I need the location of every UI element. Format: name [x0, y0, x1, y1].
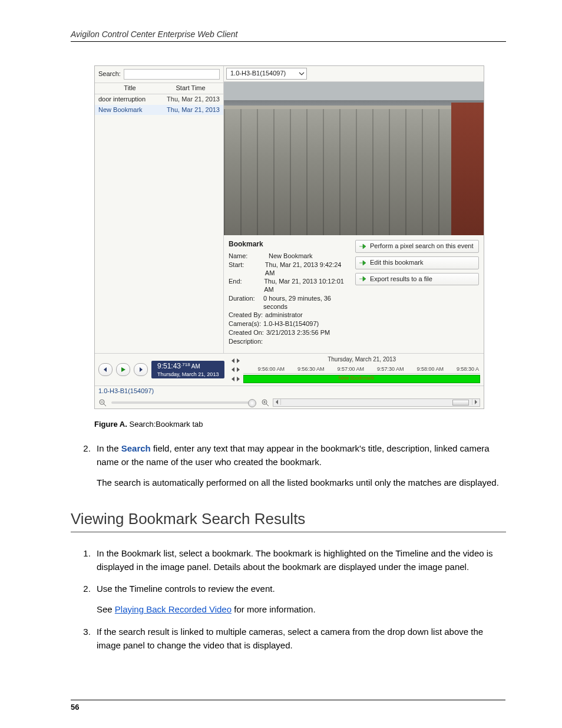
- scroll-thumb[interactable]: [452, 400, 469, 406]
- camera-select[interactable]: 1.0-H3-B1(154097): [226, 68, 307, 80]
- play-icon: [120, 367, 126, 373]
- search-field-ref: Search: [121, 443, 151, 453]
- edit-bookmark-button[interactable]: Edit this bookmark: [355, 256, 479, 269]
- chevron-down-icon: [299, 71, 305, 77]
- step-back-icon: [103, 367, 108, 373]
- bm-duration-label: Duration:: [229, 295, 263, 311]
- row-title: door interruption: [98, 95, 161, 104]
- play-button[interactable]: [116, 363, 130, 376]
- video-image-panel[interactable]: [224, 82, 484, 235]
- list-item: If the search result is linked to multip…: [93, 625, 506, 653]
- row-title: New Bookmark: [98, 106, 161, 114]
- scroll-right-icon[interactable]: [472, 399, 480, 405]
- skip-first-icon[interactable]: [230, 367, 235, 372]
- svg-line-4: [266, 404, 269, 406]
- scroll-left-icon[interactable]: [273, 399, 281, 405]
- bm-createdby-label: Created By:: [229, 311, 263, 319]
- arrow-right-icon: [359, 276, 366, 282]
- timeline-ticks: 9:56:00 AM 9:56:30 AM 9:57:00 AM 9:57:30…: [243, 366, 480, 374]
- playback-bar: 9:51:43.718 AM Thursday, March 21, 2013 …: [95, 353, 484, 386]
- bm-cameras: 1.0-H3-B1(154097): [263, 320, 319, 328]
- action-label: Export results to a file: [370, 275, 432, 284]
- bm-start-label: Start:: [229, 261, 265, 278]
- zoom-slider-handle[interactable]: [248, 399, 256, 407]
- list-item: In the Search field, enter any text that…: [93, 442, 506, 490]
- bm-createdby: administrator: [265, 311, 303, 319]
- row-start: Thu, Mar 21, 2013: [161, 106, 220, 114]
- instruction-list-1: In the Search field, enter any text that…: [71, 442, 506, 490]
- bm-name: New Bookmark: [269, 252, 313, 261]
- col-title-header[interactable]: Title: [98, 84, 161, 93]
- instruction-list-2: In the Bookmark list, select a bookmark.…: [71, 546, 506, 653]
- zoom-in-icon[interactable]: [261, 398, 269, 407]
- arrow-right-icon: [359, 260, 366, 266]
- time-frac: .718: [181, 362, 190, 367]
- bookmark-details: Bookmark Name:New Bookmark Start:Thu, Ma…: [229, 240, 345, 346]
- zoom-out-icon[interactable]: [98, 398, 107, 407]
- skip-first-icon[interactable]: [230, 377, 235, 381]
- detail-panel: 1.0-H3-B1(154097) Bookmark Name:New Book…: [224, 66, 484, 353]
- time-main: 9:51:43: [157, 363, 181, 371]
- step-forward-icon: [138, 367, 144, 373]
- page-header: Avigilon Control Center Enterprise Web C…: [71, 29, 506, 42]
- skip-first-icon[interactable]: [230, 358, 235, 363]
- timeline: Thursday, March 21, 2013 9:56:00 AM 9:56…: [230, 356, 480, 383]
- playback-time-badge: 9:51:43.718 AM Thursday, March 21, 2013: [151, 361, 224, 378]
- col-start-header[interactable]: Start Time: [161, 84, 220, 93]
- bm-cameras-label: Camera(s):: [229, 320, 261, 328]
- header-title: Avigilon Control Center Enterprise Web C…: [71, 29, 238, 39]
- app-window: Search: Title Start Time door interrupti…: [94, 65, 484, 409]
- tick-label: 9:57:30 AM: [377, 366, 404, 373]
- bm-duration: 0 hours, 29 minutes, 36 seconds: [263, 295, 345, 311]
- body-text: See: [97, 604, 115, 614]
- skip-last-icon[interactable]: [236, 367, 241, 372]
- timeline-track[interactable]: New Bookmark: [243, 375, 480, 383]
- arrow-right-icon: [359, 243, 366, 249]
- pixel-search-button[interactable]: Perform a pixel search on this event: [355, 240, 479, 253]
- timeline-day-label: Thursday, March 21, 2013: [243, 356, 480, 364]
- bm-name-label: Name:: [229, 252, 269, 261]
- body-text: In the Bookmark list, select a bookmark.…: [97, 548, 493, 572]
- playback-date: Thursday, March 21, 2013: [157, 371, 219, 377]
- playback-link[interactable]: Playing Back Recorded Video: [115, 604, 232, 614]
- step-forward-button[interactable]: [134, 363, 148, 376]
- skip-last-icon[interactable]: [236, 358, 241, 363]
- export-results-button[interactable]: Export results to a file: [355, 273, 479, 286]
- list-item: In the Bookmark list, select a bookmark.…: [93, 546, 506, 574]
- action-label: Perform a pixel search on this event: [370, 242, 473, 251]
- bm-description-label: Description:: [229, 338, 269, 346]
- list-item: Use the Timeline controls to review the …: [93, 582, 506, 617]
- bookmark-table-header: Title Start Time: [95, 83, 223, 94]
- body-text: The search is automatically performed on…: [97, 476, 506, 489]
- table-row[interactable]: door interruption Thu, Mar 21, 2013: [95, 94, 223, 105]
- camera-select-value: 1.0-H3-B1(154097): [230, 70, 286, 78]
- svg-line-1: [104, 404, 106, 406]
- bm-end-label: End:: [229, 278, 264, 294]
- zoom-slider[interactable]: [111, 401, 253, 404]
- tick-label: 9:58:00 AM: [416, 366, 444, 373]
- figure-caption: Figure A. Search:Bookmark tab: [94, 420, 506, 429]
- section-heading: Viewing Bookmark Search Results: [71, 510, 506, 532]
- skip-last-icon[interactable]: [236, 377, 241, 381]
- timeline-marker-label: New Bookmark: [338, 375, 374, 381]
- tick-label: 9:57:00 AM: [337, 366, 364, 373]
- timeline-scrollbar[interactable]: [273, 398, 480, 407]
- body-text: Use the Timeline controls to review the …: [97, 584, 275, 594]
- step-back-button[interactable]: [98, 363, 113, 376]
- bm-createdon-label: Created On:: [229, 329, 264, 337]
- search-input[interactable]: [124, 69, 220, 80]
- tick-label: 9:56:30 AM: [297, 366, 325, 373]
- bm-start: Thu, Mar 21, 2013 9:42:24 AM: [265, 261, 345, 278]
- caption-text: Search:Bookmark tab: [129, 420, 203, 429]
- table-row[interactable]: New Bookmark Thu, Mar 21, 2013: [95, 105, 223, 116]
- bm-createdon: 3/21/2013 2:35:56 PM: [266, 329, 330, 337]
- tick-label: 9:56:00 AM: [257, 366, 285, 373]
- body-text: field, enter any text that may appear in…: [97, 443, 490, 467]
- caption-prefix: Figure A.: [94, 420, 127, 429]
- body-text: In the: [97, 443, 121, 453]
- page-number: 56: [71, 700, 505, 711]
- row-start: Thu, Mar 21, 2013: [161, 95, 220, 104]
- tick-label: 9:58:30 A: [457, 366, 479, 373]
- bookmark-list-panel: Search: Title Start Time door interrupti…: [95, 66, 224, 353]
- body-text: If the search result is linked to multip…: [97, 627, 483, 650]
